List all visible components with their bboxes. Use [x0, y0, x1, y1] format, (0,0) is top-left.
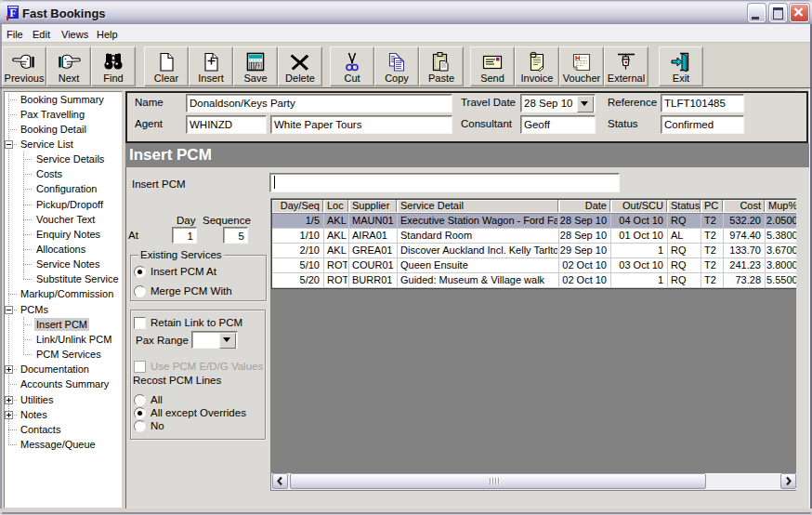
svg-text:F: F	[9, 7, 16, 20]
